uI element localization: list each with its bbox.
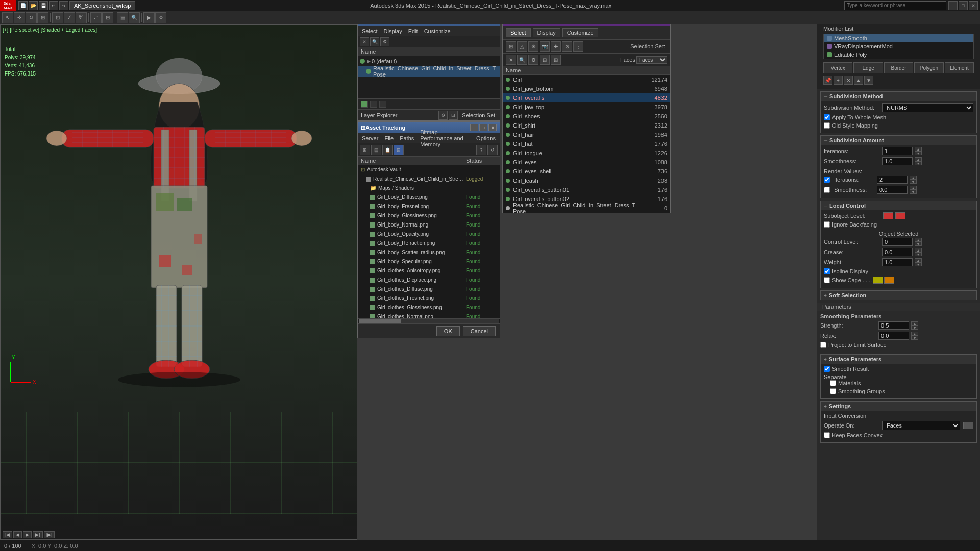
sub-edge[interactable]: Edge bbox=[853, 62, 883, 73]
open-icon[interactable]: 📂 bbox=[29, 1, 38, 10]
menu-display[interactable]: Display bbox=[384, 28, 402, 34]
cage-color1[interactable] bbox=[873, 277, 883, 284]
sub-border[interactable]: Border bbox=[884, 62, 913, 73]
ri-dn[interactable]: ▼ bbox=[910, 180, 917, 184]
at-menu-bitmap[interactable]: Bitmap Performance and Memory bbox=[420, 129, 470, 147]
mod-dn-icon[interactable]: ▼ bbox=[864, 76, 873, 85]
at-scrollbar[interactable] bbox=[358, 318, 500, 323]
at-menu-options[interactable]: Options bbox=[476, 135, 496, 141]
scale-tool[interactable]: ⊞ bbox=[37, 12, 48, 23]
cr-up[interactable]: ▲ bbox=[915, 248, 922, 252]
minimize-icon[interactable]: ─ bbox=[948, 1, 958, 10]
at-restore[interactable]: □ bbox=[479, 124, 487, 131]
wt-dn[interactable]: ▼ bbox=[915, 262, 922, 266]
render-smooth-check[interactable] bbox=[824, 187, 830, 193]
smoothing-groups-check[interactable] bbox=[830, 388, 836, 394]
sfs-helper-icon[interactable]: ✚ bbox=[551, 41, 561, 52]
at-png-specular[interactable]: Girl_body_Specular.png Found bbox=[358, 257, 500, 266]
sfs-cam-icon[interactable]: 📷 bbox=[540, 41, 550, 52]
at-menu-paths[interactable]: Paths bbox=[400, 135, 414, 141]
ignore-backfacing-check[interactable] bbox=[824, 221, 830, 228]
se-close-btn[interactable]: ✕ bbox=[360, 37, 369, 46]
at-png-cl-diffuse[interactable]: Girl_clothes_Diffuse.png Found bbox=[358, 285, 500, 294]
layer-item-scene[interactable]: Realistic_Chinese_Girl_Child_in_Street_D… bbox=[358, 66, 500, 77]
workspace-tab[interactable]: AK_Screenshot_wrksp bbox=[69, 1, 135, 10]
section-header-sub-amount[interactable]: ─ Subdivision Amount bbox=[821, 136, 976, 145]
sfs-geo-icon[interactable]: △ bbox=[517, 41, 527, 52]
materials-check[interactable] bbox=[830, 380, 836, 386]
at-png-cl-gloss[interactable]: Girl_clothes_Glossiness.png Found bbox=[358, 303, 500, 312]
sfs-item-shoes[interactable]: Girl_shoes 2560 bbox=[503, 112, 670, 121]
smoothness-input[interactable] bbox=[882, 157, 913, 165]
at-t3[interactable]: 📋 bbox=[382, 145, 393, 155]
undo-icon[interactable]: ↩ bbox=[49, 1, 58, 10]
at-png-opacity[interactable]: Girl_body_Opacity.png Found bbox=[358, 230, 500, 239]
sfs-all-icon[interactable]: ⊞ bbox=[506, 41, 516, 52]
sfs-warp-icon[interactable]: ⊘ bbox=[562, 41, 572, 52]
se-icon2[interactable]: ⊡ bbox=[449, 111, 458, 120]
save-icon[interactable]: 💾 bbox=[39, 1, 48, 10]
section-header-surface[interactable]: + Surface Parameters bbox=[821, 355, 976, 364]
at-refresh[interactable]: ↺ bbox=[487, 145, 498, 155]
str-up[interactable]: ▲ bbox=[911, 321, 918, 325]
section-header-local[interactable]: ─ Local Control bbox=[821, 201, 976, 210]
at-menu-server[interactable]: Server bbox=[362, 135, 378, 141]
snaps-toggle[interactable]: ⊡ bbox=[52, 12, 63, 23]
se-icon1[interactable]: ⚙ bbox=[438, 111, 448, 120]
sfs-item-hat[interactable]: Girl_hat 1776 bbox=[503, 139, 670, 148]
strength-input[interactable] bbox=[878, 321, 909, 330]
sfs-tab-customize[interactable]: Customize bbox=[562, 28, 598, 37]
rotate-tool[interactable]: ↻ bbox=[26, 12, 37, 23]
isoline-check[interactable] bbox=[824, 268, 830, 274]
sublevel-red2[interactable] bbox=[895, 212, 905, 219]
sfs-item-scene[interactable]: Realistic_Chinese_Girl_Child_in_Street_D… bbox=[503, 204, 670, 213]
mod-pin-icon[interactable]: 📌 bbox=[823, 76, 832, 85]
at-png-diffuse[interactable]: Girl_body_Diffuse.png Found bbox=[358, 193, 500, 202]
mirror-tool[interactable]: ⇌ bbox=[90, 12, 102, 23]
apply-whole-mesh-check[interactable] bbox=[824, 114, 830, 120]
smooth-result-check[interactable] bbox=[824, 366, 830, 372]
se-options-btn[interactable]: ⚙ bbox=[380, 37, 389, 46]
sfs-t4[interactable]: ⊟ bbox=[540, 55, 550, 65]
sfs-item-leash[interactable]: Girl_leash 208 bbox=[503, 176, 670, 185]
sfs-item-jaw-top[interactable]: Girl_jaw_top 3978 bbox=[503, 103, 670, 112]
frame-end[interactable]: |▶| bbox=[44, 531, 55, 538]
weight-input[interactable] bbox=[882, 258, 913, 266]
ri-up[interactable]: ▲ bbox=[910, 176, 917, 180]
sfs-item-girl[interactable]: Girl 12174 bbox=[503, 75, 670, 84]
section-header-soft[interactable]: + Soft Selection bbox=[821, 291, 976, 300]
select-tool[interactable]: ↖ bbox=[2, 12, 13, 23]
iter-dn[interactable]: ▼ bbox=[915, 151, 922, 155]
operate-on-dropdown[interactable]: Faces bbox=[882, 421, 960, 430]
maximize-icon[interactable]: □ bbox=[959, 1, 968, 10]
menu-edit[interactable]: Edit bbox=[408, 28, 418, 34]
at-help[interactable]: ? bbox=[476, 145, 486, 155]
sfs-item-overalls[interactable]: Girl_overalls 4832 bbox=[503, 93, 670, 103]
mod-add-icon[interactable]: + bbox=[834, 76, 843, 85]
layer-manager[interactable]: ▤ bbox=[117, 12, 128, 23]
rl-dn[interactable]: ▼ bbox=[911, 336, 918, 340]
at-t4[interactable]: ⊟ bbox=[394, 145, 404, 155]
sfs-item-jaw-bottom[interactable]: Girl_jaw_bottom 6948 bbox=[503, 84, 670, 93]
rl-up[interactable]: ▲ bbox=[911, 332, 918, 336]
sfs-t5[interactable]: ⊞ bbox=[551, 55, 561, 65]
at-minimize[interactable]: ─ bbox=[470, 124, 478, 131]
sfs-t1[interactable]: ✕ bbox=[506, 55, 516, 65]
render-smooth-input[interactable] bbox=[877, 186, 908, 194]
method-dropdown[interactable]: NURMS bbox=[882, 103, 973, 112]
cl-dn[interactable]: ▼ bbox=[915, 242, 922, 246]
sfs-item-shirt[interactable]: Girl_shirt 2312 bbox=[503, 121, 670, 130]
sub-vertex[interactable]: Vertex bbox=[823, 62, 852, 73]
layer-item-default[interactable]: ▶ 0 (default) bbox=[358, 56, 500, 66]
at-ok-button[interactable]: OK bbox=[436, 326, 460, 336]
at-list[interactable]: ⊡ Autodesk Vault Realistic_Chinese_Girl_… bbox=[358, 165, 500, 318]
at-png-scatter[interactable]: Girl_body_Scatter_radius.png Found bbox=[358, 248, 500, 257]
iterations-input[interactable] bbox=[882, 147, 913, 155]
render-setup[interactable]: ⚙ bbox=[155, 12, 166, 23]
ctrl-level-input[interactable] bbox=[882, 238, 913, 246]
prev-frame[interactable]: ◀ bbox=[13, 531, 22, 538]
next-frame[interactable]: ▶| bbox=[33, 531, 42, 538]
at-png-fresnel[interactable]: Girl_body_Fresnel.png Found bbox=[358, 202, 500, 211]
sfs-item-btn01[interactable]: Girl_overalls_button01 176 bbox=[503, 185, 670, 194]
se-search-btn[interactable]: 🔍 bbox=[370, 37, 379, 46]
